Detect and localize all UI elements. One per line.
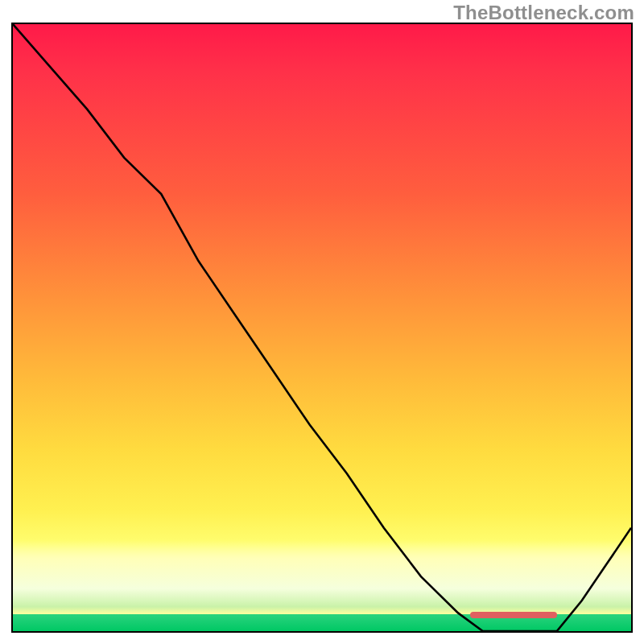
plot-area: [11, 23, 633, 633]
target-range-bar: [470, 612, 557, 618]
curve-layer: [13, 24, 631, 631]
watermark-text: TheBottleneck.com: [453, 2, 634, 24]
chart-canvas: TheBottleneck.com: [0, 0, 644, 644]
bottleneck-curve: [13, 24, 631, 631]
